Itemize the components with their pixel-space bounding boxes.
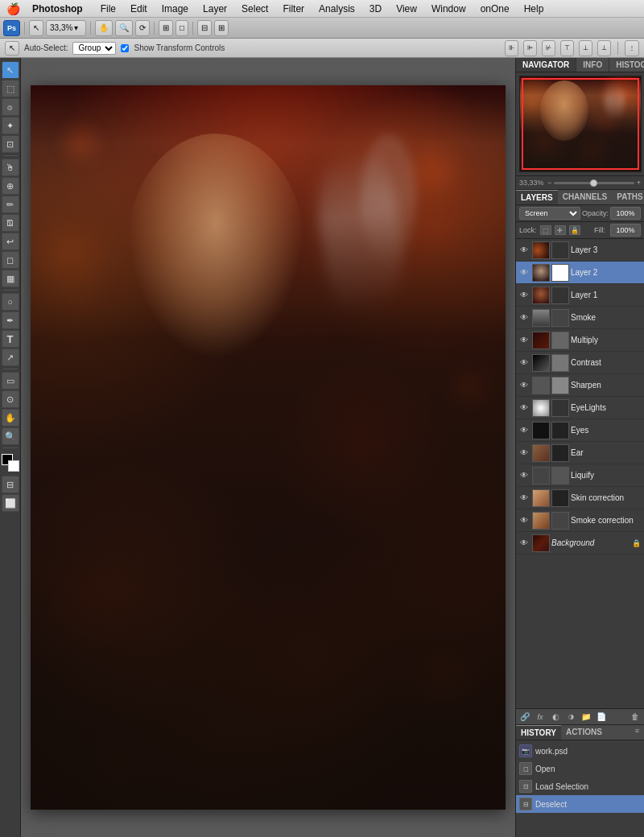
layer-row-multiply[interactable]: 👁 Multiply (516, 329, 644, 352)
layer-row-layer1[interactable]: 👁 Layer 1 (516, 284, 644, 307)
view-btn[interactable]: □ (175, 20, 188, 36)
menu-filter[interactable]: Filter (276, 2, 311, 16)
menu-window[interactable]: Window (425, 2, 473, 16)
eyedropper-tool[interactable]: 🖱 (2, 159, 19, 176)
layer-row-layer2[interactable]: 👁 Layer 2 (516, 262, 644, 284)
layer-row-layer3[interactable]: 👁 Layer 3 (516, 239, 644, 262)
layer-visibility-skin-correction[interactable]: 👁 (518, 492, 530, 505)
delete-layer-btn[interactable]: 🗑 (628, 711, 642, 724)
move-options-btn[interactable]: ↖ (5, 41, 19, 56)
layer-visibility-background[interactable]: 👁 (518, 537, 530, 550)
history-source-state[interactable]: 📷 work.psd (516, 742, 644, 760)
align-right-btn[interactable]: ⊬ (542, 40, 555, 56)
align-middle-btn[interactable]: ⊥ (579, 40, 592, 56)
lock-position-btn[interactable]: ✛ (555, 225, 566, 235)
layer-visibility-layer3[interactable]: 👁 (518, 244, 530, 257)
history-item-load-selection[interactable]: ⊡ Load Selection (516, 777, 644, 795)
layer-row-eyes[interactable]: 👁 Eyes (516, 419, 644, 442)
show-transform-checkbox[interactable] (121, 44, 129, 52)
auto-select-dropdown[interactable]: Group Layer (72, 42, 116, 55)
healing-tool[interactable]: ⊕ (2, 177, 19, 195)
blend-mode-select[interactable]: Screen Normal Multiply Overlay (519, 207, 580, 220)
lock-all-btn[interactable]: 🔒 (569, 225, 580, 235)
layer-fx-btn[interactable]: fx (533, 711, 547, 724)
move-tool-btn[interactable]: ↖ (29, 20, 43, 36)
align-bottom-btn[interactable]: ⊥ (597, 40, 611, 56)
magic-wand-tool[interactable]: ✦ (2, 117, 19, 134)
link-layers-btn[interactable]: 🔗 (518, 711, 532, 724)
align-top-btn[interactable]: ⊤ (560, 40, 574, 56)
layer-visibility-eyelights[interactable]: 👁 (518, 402, 530, 414)
zoom-plus-icon[interactable]: + (637, 179, 641, 187)
tab-actions[interactable]: ACTIONS (561, 725, 607, 740)
zoom-minus-icon[interactable]: − (547, 179, 551, 187)
background-color-swatch[interactable] (8, 460, 19, 472)
apple-logo-icon[interactable]: 🍎 (6, 2, 19, 15)
hand-tool-btn[interactable]: ✋ (95, 20, 113, 36)
menu-layer[interactable]: Layer (196, 2, 233, 16)
menu-help[interactable]: Help (518, 2, 551, 16)
align-left-btn[interactable]: ⊪ (505, 40, 518, 56)
hand-tool[interactable]: ✋ (2, 409, 19, 427)
lasso-tool[interactable]: ⌾ (2, 98, 19, 116)
layer-row-contrast[interactable]: 👁 Contrast (516, 352, 644, 374)
layer-row-ear[interactable]: 👁 Ear (516, 442, 644, 464)
pen-tool[interactable]: ✒ (2, 311, 19, 329)
screen-mode-btn[interactable]: ⬜ (2, 494, 19, 512)
menu-3d[interactable]: 3D (363, 2, 388, 16)
layer-row-skin-correction[interactable]: 👁 Skin correction (516, 487, 644, 509)
rotate-tool-btn[interactable]: ⟳ (135, 20, 150, 36)
zoom-tool-btn[interactable]: 🔍 (115, 20, 133, 36)
marquee-tool[interactable]: ⬚ (2, 80, 19, 97)
layer-row-smoke[interactable]: 👁 Smoke (516, 307, 644, 329)
screen-btn[interactable]: ⊟ (197, 20, 212, 36)
zoom-tool[interactable]: 🔍 (2, 427, 19, 445)
tab-channels[interactable]: CHANNELS (558, 190, 613, 204)
eraser-tool[interactable]: ◻ (2, 251, 19, 269)
brush-tool[interactable]: ✏ (2, 196, 19, 213)
zoom-slider-thumb[interactable] (590, 179, 597, 187)
crop-tool[interactable]: ⊡ (2, 135, 19, 153)
layer-visibility-eyes[interactable]: 👁 (518, 424, 530, 437)
tab-histogram[interactable]: HISTOGRAM (609, 58, 644, 72)
type-tool[interactable]: T (2, 330, 19, 348)
foreground-background-color[interactable] (2, 454, 19, 472)
history-brush-tool[interactable]: ↩ (2, 233, 19, 250)
layer-row-smoke-correction[interactable]: 👁 Smoke correction (516, 509, 644, 532)
tab-info[interactable]: INFO (576, 58, 609, 72)
menu-onone[interactable]: onOne (474, 2, 516, 16)
align-center-btn[interactable]: ⊫ (523, 40, 537, 56)
new-layer-btn[interactable]: 📄 (594, 711, 609, 724)
gradient-tool[interactable]: ▦ (2, 270, 19, 287)
clone-tool[interactable]: 🖻 (2, 214, 19, 232)
layer-visibility-multiply[interactable]: 👁 (518, 334, 530, 347)
zoom-slider[interactable] (554, 182, 634, 184)
menu-image[interactable]: Image (155, 2, 195, 16)
menu-file[interactable]: File (94, 2, 122, 16)
canvas-image[interactable] (31, 85, 506, 810)
layer-visibility-smoke-correction[interactable]: 👁 (518, 514, 530, 527)
zoom-select[interactable]: 33,3% ▾ (46, 20, 86, 36)
new-group-btn[interactable]: 📁 (579, 711, 593, 724)
arrange-btn[interactable]: ⊞ (214, 20, 229, 36)
layer-row-eyelights[interactable]: 👁 EyeLights (516, 397, 644, 419)
tab-navigator[interactable]: NAVIGATOR (516, 58, 576, 72)
menu-select[interactable]: Select (235, 2, 275, 16)
history-item-open[interactable]: ◻ Open (516, 760, 644, 777)
layout-btn[interactable]: ⊞ (159, 20, 173, 36)
layer-visibility-contrast[interactable]: 👁 (518, 357, 530, 369)
lock-pixels-btn[interactable]: ⬚ (540, 225, 551, 235)
opacity-value[interactable]: 100% (610, 207, 641, 220)
layer-visibility-liquify[interactable]: 👁 (518, 469, 530, 482)
layer-row-background[interactable]: 👁 Background 🔒 (516, 532, 644, 555)
3d-tool[interactable]: ⊙ (2, 390, 19, 408)
menu-edit[interactable]: Edit (124, 2, 154, 16)
layer-visibility-layer1[interactable]: 👁 (518, 289, 530, 302)
distribute-btn[interactable]: ⋮ (625, 40, 639, 56)
quick-mask-btn[interactable]: ⊟ (2, 476, 19, 493)
tab-history[interactable]: HISTORY (516, 725, 561, 740)
path-select-tool[interactable]: ↗ (2, 348, 19, 366)
layer-visibility-smoke[interactable]: 👁 (518, 311, 530, 324)
app-name[interactable]: Photoshop (26, 2, 89, 16)
layer-visibility-ear[interactable]: 👁 (518, 447, 530, 460)
